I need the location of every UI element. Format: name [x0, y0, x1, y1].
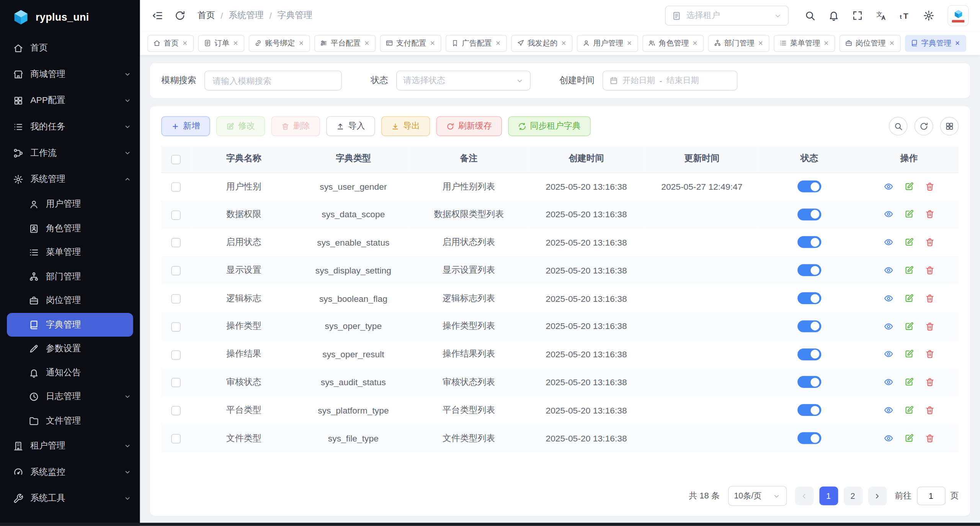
tab-dict-mgmt[interactable]: 字典管理 — [905, 35, 966, 52]
row-checkbox[interactable] — [171, 322, 180, 331]
refresh-table-button[interactable] — [915, 117, 933, 135]
tab-close-icon[interactable] — [495, 40, 501, 46]
edit-button[interactable] — [904, 265, 914, 275]
search-toggle-button[interactable] — [889, 117, 908, 135]
fullscreen-button[interactable] — [848, 6, 867, 26]
status-toggle[interactable] — [797, 376, 821, 388]
tab-close-icon[interactable] — [560, 40, 567, 46]
font-size-button[interactable] — [895, 6, 915, 26]
edit-button[interactable] — [904, 237, 914, 247]
sidebar-item-params[interactable]: 参数设置 — [0, 337, 140, 361]
tab-close-icon[interactable] — [692, 40, 698, 46]
sidebar-item-my-tasks[interactable]: 我的任务 — [0, 114, 140, 140]
view-button[interactable] — [883, 433, 893, 443]
row-checkbox[interactable] — [171, 266, 180, 275]
delete-button[interactable] — [924, 377, 934, 387]
edit-button[interactable]: 修改 — [216, 116, 265, 136]
delete-button[interactable] — [924, 293, 934, 303]
breadcrumb-item[interactable]: 首页 — [198, 10, 215, 21]
delete-button[interactable] — [924, 321, 934, 331]
delete-button[interactable] — [924, 349, 934, 359]
tab-close-icon[interactable] — [954, 40, 960, 46]
sidebar-item-monitor[interactable]: 系统监控 — [0, 459, 140, 485]
delete-button[interactable] — [924, 433, 934, 443]
status-toggle[interactable] — [797, 236, 821, 248]
delete-button[interactable] — [924, 209, 934, 219]
sync-tenant-dict-button[interactable]: 同步租户字典 — [508, 116, 591, 136]
tab-order[interactable]: 订单 — [198, 35, 245, 52]
export-button[interactable]: 导出 — [381, 116, 430, 136]
sidebar-item-home[interactable]: 首页 — [0, 35, 140, 61]
view-button[interactable] — [883, 377, 893, 387]
tab-close-icon[interactable] — [889, 40, 895, 46]
app-logo[interactable]: ryplus_uni — [0, 0, 140, 34]
tab-home[interactable]: 首页 — [147, 35, 194, 52]
edit-button[interactable] — [904, 321, 914, 331]
sidebar-item-dept-mgmt[interactable]: 部门管理 — [0, 264, 140, 288]
next-page-button[interactable] — [868, 487, 887, 505]
page-button-2[interactable]: 2 — [843, 487, 862, 505]
goto-page-input[interactable] — [916, 487, 945, 505]
row-checkbox[interactable] — [171, 238, 180, 248]
tab-close-icon[interactable] — [298, 40, 304, 46]
collapse-sidebar-button[interactable] — [147, 6, 167, 26]
edit-button[interactable] — [904, 405, 914, 415]
tab-user-mgmt[interactable]: 用户管理 — [577, 35, 638, 52]
refresh-cache-button[interactable]: 刷新缓存 — [436, 116, 502, 136]
prev-page-button[interactable] — [795, 487, 813, 505]
edit-button[interactable] — [904, 377, 914, 387]
settings-button[interactable] — [919, 6, 939, 26]
row-checkbox[interactable] — [171, 294, 180, 303]
delete-button[interactable] — [924, 405, 934, 415]
row-checkbox[interactable] — [171, 210, 180, 220]
sidebar-item-tenant[interactable]: 租户管理 — [0, 433, 140, 459]
row-checkbox[interactable] — [171, 378, 180, 387]
edit-button[interactable] — [904, 293, 914, 303]
sidebar-item-menu-mgmt[interactable]: 菜单管理 — [0, 241, 140, 265]
sidebar-item-files[interactable]: 文件管理 — [0, 409, 140, 433]
search-button[interactable] — [800, 6, 820, 26]
row-checkbox[interactable] — [171, 406, 180, 415]
page-size-select[interactable]: 10条/页 — [728, 486, 786, 506]
delete-button[interactable] — [924, 237, 934, 247]
view-button[interactable] — [883, 209, 893, 219]
select-all-checkbox[interactable] — [171, 155, 180, 164]
view-button[interactable] — [883, 293, 893, 303]
tab-close-icon[interactable] — [758, 40, 764, 46]
tab-close-icon[interactable] — [430, 40, 436, 46]
view-button[interactable] — [883, 349, 893, 359]
delete-button[interactable] — [924, 182, 934, 192]
tab-menu-mgmt[interactable]: 菜单管理 — [774, 35, 835, 52]
sidebar-item-post-mgmt[interactable]: 岗位管理 — [0, 288, 140, 313]
delete-button[interactable]: 删除 — [271, 116, 320, 136]
sidebar-item-mall[interactable]: 商城管理 — [0, 61, 140, 88]
status-toggle[interactable] — [797, 292, 821, 304]
tab-close-icon[interactable] — [182, 40, 188, 46]
view-button[interactable] — [883, 321, 893, 331]
edit-button[interactable] — [904, 349, 914, 359]
sidebar-item-tools[interactable]: 系统工具 — [0, 485, 140, 512]
tab-pay-config[interactable]: 支付配置 — [380, 35, 441, 52]
keyword-input[interactable] — [204, 70, 342, 90]
view-button[interactable] — [883, 237, 893, 247]
tab-platform-config[interactable]: 平台配置 — [314, 35, 376, 52]
notifications-button[interactable] — [824, 6, 844, 26]
row-checkbox[interactable] — [171, 434, 180, 443]
edit-button[interactable] — [904, 433, 914, 443]
row-checkbox[interactable] — [171, 350, 180, 359]
view-button[interactable] — [883, 182, 893, 192]
sidebar-item-dict-mgmt[interactable]: 字典管理 — [7, 313, 133, 337]
tab-ad-config[interactable]: 广告配置 — [446, 35, 507, 52]
refresh-page-button[interactable] — [170, 6, 190, 26]
tab-post-mgmt[interactable]: 岗位管理 — [840, 35, 901, 52]
avatar[interactable] — [947, 5, 969, 26]
import-button[interactable]: 导入 — [326, 116, 375, 136]
delete-button[interactable] — [924, 265, 934, 275]
tab-role-mgmt[interactable]: 角色管理 — [642, 35, 704, 52]
page-button-1[interactable]: 1 — [819, 487, 838, 505]
sidebar-item-notice[interactable]: 通知公告 — [0, 361, 140, 385]
edit-button[interactable] — [904, 182, 914, 192]
view-button[interactable] — [883, 265, 893, 275]
status-toggle[interactable] — [797, 264, 821, 276]
status-select[interactable]: 请选择状态 — [396, 70, 531, 90]
